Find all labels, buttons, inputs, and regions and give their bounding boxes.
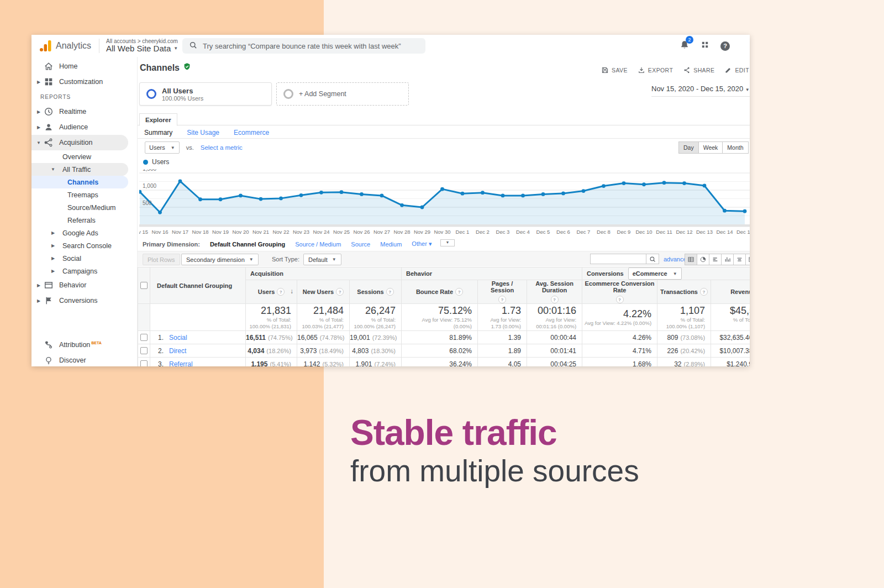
sidebar-item-overview[interactable]: Overview: [31, 150, 137, 163]
chevron-right-icon[interactable]: ▶: [36, 125, 41, 130]
column-header-bounce-rate[interactable]: Bounce Rate?: [402, 280, 478, 304]
help-tooltip-icon[interactable]: ?: [616, 296, 624, 303]
sort-descending-icon[interactable]: ↓: [290, 287, 293, 295]
chart-point[interactable]: [340, 190, 344, 194]
share-button[interactable]: SHARE: [683, 66, 714, 74]
chart-point[interactable]: [239, 194, 243, 198]
view-pivot-button[interactable]: [745, 254, 750, 265]
column-header-new-users[interactable]: New Users?: [297, 280, 350, 304]
select-a-metric-link[interactable]: Select a metric: [201, 144, 243, 151]
axis-granularity-handle[interactable]: ▼: [440, 239, 455, 246]
help-tooltip-icon[interactable]: ?: [277, 288, 285, 296]
sidebar-item-discover[interactable]: Discover: [31, 353, 137, 366]
apps-grid-button[interactable]: [701, 40, 709, 51]
sidebar-item-home[interactable]: Home: [31, 59, 137, 74]
chart-point[interactable]: [461, 192, 465, 196]
subtab-ecommerce[interactable]: Ecommerce: [234, 129, 269, 136]
column-header-sessions[interactable]: Sessions?: [350, 280, 402, 304]
column-header-dimension[interactable]: Default Channel Grouping: [150, 267, 246, 304]
sidebar-item-search-console[interactable]: ▶Search Console: [31, 239, 137, 252]
account-switcher[interactable]: All accounts > cheerykid.com All Web Sit…: [106, 38, 178, 54]
chart-point[interactable]: [319, 191, 323, 195]
help-tooltip-icon[interactable]: ?: [336, 288, 344, 296]
chart-point[interactable]: [420, 206, 424, 209]
plot-rows-button[interactable]: Plot Rows: [143, 254, 180, 265]
table-search-input[interactable]: [590, 254, 646, 264]
chart-point[interactable]: [662, 181, 666, 185]
sidebar-item-acquisition[interactable]: ▼Acquisition: [31, 135, 128, 150]
granularity-week[interactable]: Week: [698, 141, 723, 154]
primary-dimension-active[interactable]: Default Channel Grouping: [210, 241, 285, 248]
sidebar-item-customization[interactable]: ▶Customization: [31, 74, 137, 90]
chart-point[interactable]: [400, 203, 404, 207]
primary-dimension-link-source-medium[interactable]: Source / Medium: [295, 241, 341, 248]
chart-point[interactable]: [279, 196, 283, 200]
column-header-pages-session[interactable]: Pages / Session?: [478, 280, 527, 304]
channel-link-referral[interactable]: Referral: [169, 360, 193, 366]
row-checkbox[interactable]: [140, 334, 148, 341]
chevron-right-icon[interactable]: ▶: [50, 230, 56, 235]
chevron-right-icon[interactable]: ▶: [50, 256, 56, 261]
help-tooltip-icon[interactable]: ?: [386, 288, 394, 296]
primary-dimension-link-medium[interactable]: Medium: [380, 241, 402, 248]
chart-point[interactable]: [481, 191, 485, 195]
view-table-button[interactable]: [685, 254, 697, 265]
help-tooltip-icon[interactable]: ?: [551, 296, 559, 303]
chart-point[interactable]: [602, 184, 606, 188]
save-button[interactable]: SAVE: [601, 66, 628, 74]
chart-point[interactable]: [440, 187, 444, 191]
select-all-header[interactable]: [138, 267, 150, 304]
chevron-right-icon[interactable]: ▶: [50, 243, 56, 248]
sidebar-item-behavior[interactable]: ▶Behavior: [31, 277, 137, 293]
checkbox[interactable]: [140, 282, 148, 289]
chart-point[interactable]: [622, 181, 626, 185]
column-header-revenue[interactable]: Revenue?: [711, 280, 750, 304]
help-tooltip-icon[interactable]: ?: [700, 288, 708, 296]
view-percentage-button[interactable]: [697, 254, 709, 265]
chart-point[interactable]: [259, 197, 263, 201]
subtab-site-usage[interactable]: Site Usage: [187, 129, 219, 136]
view-performance-button[interactable]: [709, 254, 722, 265]
sidebar-item-all-traffic[interactable]: ▼All Traffic: [31, 163, 128, 176]
chart-point[interactable]: [682, 181, 686, 185]
help-tooltip-icon[interactable]: ?: [498, 296, 506, 303]
sidebar-item-attribution[interactable]: AttributionBETA: [31, 337, 137, 353]
chart-point[interactable]: [541, 192, 545, 196]
chart-point[interactable]: [703, 184, 707, 188]
chart-point[interactable]: [743, 209, 747, 213]
chart-point[interactable]: [219, 197, 223, 201]
sidebar-item-treemaps[interactable]: Treemaps: [31, 188, 137, 201]
chevron-down-icon[interactable]: ▼: [36, 140, 41, 145]
column-header-ecommerce-conversion-rate[interactable]: Ecommerce Conversion Rate?: [582, 280, 657, 304]
sidebar-item-audience[interactable]: ▶Audience: [31, 119, 137, 135]
notifications-button[interactable]: 2: [680, 40, 690, 52]
chart-point[interactable]: [299, 193, 303, 197]
chart-point[interactable]: [582, 189, 586, 193]
metric-dropdown[interactable]: Users ▼: [145, 141, 180, 154]
table-search-button[interactable]: [646, 254, 659, 264]
sidebar-item-source-medium[interactable]: Source/Medium: [31, 201, 137, 214]
row-checkbox[interactable]: [140, 360, 148, 366]
chart-point[interactable]: [360, 192, 364, 196]
primary-dimension-link-other[interactable]: Other ▾: [412, 240, 432, 248]
row-checkbox[interactable]: [140, 347, 148, 354]
sidebar-item-channels[interactable]: Channels: [31, 176, 128, 188]
chevron-right-icon[interactable]: ▶: [36, 283, 41, 288]
chart-point[interactable]: [521, 194, 525, 198]
chevron-right-icon[interactable]: ▶: [36, 80, 41, 85]
help-tooltip-icon[interactable]: ?: [455, 288, 463, 296]
channel-link-direct[interactable]: Direct: [169, 347, 186, 355]
chevron-down-icon[interactable]: ▼: [50, 167, 56, 172]
sidebar-item-conversions[interactable]: ▶Conversions: [31, 293, 137, 308]
chevron-right-icon[interactable]: ▶: [36, 109, 41, 114]
sidebar-item-campaigns[interactable]: ▶Campaigns: [31, 265, 137, 277]
chart-point[interactable]: [723, 209, 727, 213]
export-button[interactable]: EXPORT: [638, 66, 673, 74]
view-comparison-button[interactable]: [721, 254, 734, 265]
column-header-avg-session-duration[interactable]: Avg. Session Duration?: [527, 280, 582, 304]
column-header-users[interactable]: Users?↓: [246, 280, 297, 304]
sidebar-item-social[interactable]: ▶Social: [31, 252, 137, 265]
granularity-day[interactable]: Day: [678, 141, 699, 154]
conversions-goal-dropdown[interactable]: eCommerce▼: [628, 267, 682, 280]
chart-point[interactable]: [380, 194, 384, 198]
